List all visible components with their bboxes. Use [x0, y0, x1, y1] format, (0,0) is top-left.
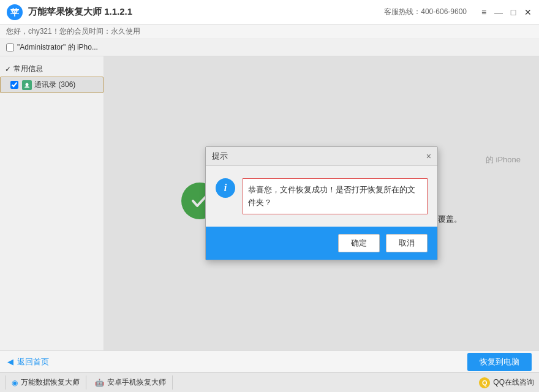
window-controls: ≡ — □ ✕ [479, 7, 533, 17]
sidebar: ✓ 常用信息 通讯录 (306) [0, 56, 104, 350]
title-bar: 苹 万能苹果恢复大师 1.1.2.1 客服热线：400-606-9600 ≡ —… [0, 0, 539, 24]
qq-label: QQ在线咨询 [493, 377, 534, 388]
app-logo: 苹 [6, 4, 23, 21]
main-layout: ✓ 常用信息 通讯录 (306) 1. 扫描完毕。 2. 选择左侧的目录树的一个… [0, 56, 539, 350]
sidebar-category-label: 常用信息 [13, 64, 43, 74]
modal-header: 提示 × [206, 147, 437, 166]
check-icon: ✓ [5, 65, 11, 74]
modal-close-button[interactable]: × [426, 152, 431, 160]
minimize-button[interactable]: — [494, 7, 503, 17]
modal-overlay: 提示 × i 恭喜您，文件恢复成功！是否打开恢复所在的文件夹？ 确定 取消 [104, 56, 539, 350]
device-label: "Administrator" 的 iPho... [17, 42, 98, 53]
contacts-icon [22, 80, 32, 90]
confirm-button[interactable]: 确定 [338, 234, 380, 252]
user-info-text: 您好，chy321！您的会员时间：永久使用 [6, 26, 140, 37]
bottom-bar: ◀ 返回首页 恢复到电脑 [0, 350, 539, 372]
qq-icon: Q [479, 377, 490, 388]
modal-message: 恭喜您，文件恢复成功！是否打开恢复所在的文件夹？ [243, 178, 428, 215]
hotline-text: 客服热线：400-606-9600 [384, 7, 467, 17]
modal-footer: 确定 取消 [206, 227, 437, 260]
sidebar-category: ✓ 常用信息 [0, 61, 104, 77]
menu-button[interactable]: ≡ [479, 7, 489, 17]
device-checkbox[interactable] [6, 43, 14, 51]
android-icon: 🤖 [95, 379, 104, 387]
close-button[interactable]: ✕ [523, 7, 533, 17]
svg-point-2 [26, 83, 29, 86]
contacts-checkbox[interactable] [10, 81, 18, 89]
app-title: 万能苹果恢复大师 1.1.2.1 [28, 6, 384, 18]
taskbar-item-data-recovery[interactable]: ◉ 万能数据恢复大师 [5, 375, 86, 390]
info-icon: i [216, 178, 235, 198]
data-recovery-icon: ◉ [12, 379, 18, 387]
modal-title: 提示 [212, 151, 228, 162]
modal-dialog: 提示 × i 恭喜您，文件恢复成功！是否打开恢复所在的文件夹？ 确定 取消 [205, 146, 438, 261]
svg-text:苹: 苹 [10, 7, 20, 17]
back-arrow-icon: ◀ [7, 357, 13, 366]
sidebar-item-contacts[interactable]: 通讯录 (306) [0, 77, 104, 93]
taskbar-item-label-1: 安卓手机恢复大师 [107, 377, 166, 388]
back-button[interactable]: ◀ 返回首页 [7, 356, 49, 368]
taskbar-item-label-0: 万能数据恢复大师 [21, 377, 80, 388]
back-label: 返回首页 [17, 356, 49, 368]
taskbar: ◉ 万能数据恢复大师 🤖 安卓手机恢复大师 Q QQ在线咨询 [0, 372, 539, 392]
taskbar-item-android[interactable]: 🤖 安卓手机恢复大师 [89, 375, 173, 390]
device-bar: "Administrator" 的 iPho... [0, 39, 539, 56]
modal-body: i 恭喜您，文件恢复成功！是否打开恢复所在的文件夹？ [206, 166, 437, 227]
user-bar: 您好，chy321！您的会员时间：永久使用 [0, 24, 539, 39]
taskbar-qq-button[interactable]: Q QQ在线咨询 [479, 377, 534, 388]
maximize-button[interactable]: □ [508, 7, 518, 17]
restore-to-pc-button[interactable]: 恢复到电脑 [467, 353, 532, 371]
contacts-label: 通讯录 (306) [34, 80, 75, 90]
content-area: 1. 扫描完毕。 2. 选择左侧的目录树的一个节点来预览数据。 3. 如果未能找… [104, 56, 539, 350]
cancel-button[interactable]: 取消 [386, 234, 428, 252]
